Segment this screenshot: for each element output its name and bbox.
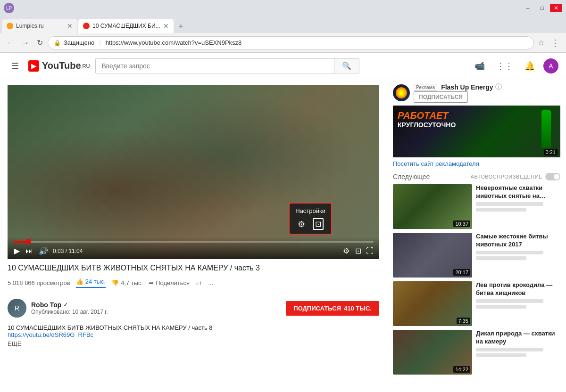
camera-icon-button[interactable]: 📹 bbox=[472, 58, 488, 74]
ad-subscribe-button[interactable]: ПОДПИСАТЬСЯ bbox=[414, 91, 468, 103]
video-section: Настройки ⚙ ⊡ bbox=[0, 79, 387, 392]
controls-row: ▶ ⏭ 🔊 0:03 / 11:04 ⚙ ⊡ ⛶ bbox=[13, 245, 374, 256]
video-player[interactable]: Настройки ⚙ ⊡ bbox=[8, 85, 379, 259]
ad-section: Реклама Flash Up Energy ⓘ ПОДПИСАТЬСЯ РА… bbox=[393, 83, 560, 167]
video-card-3[interactable]: 7:35 Лев против крокодила — битва хищник… bbox=[393, 281, 560, 326]
ad-visit-link[interactable]: Посетить сайт рекламодателя bbox=[393, 160, 560, 167]
autoplay-toggle[interactable] bbox=[545, 173, 560, 180]
more-options-button[interactable]: ... bbox=[208, 279, 213, 286]
video-card-2[interactable]: 20:17 Самые жестокие битвы животных 2017 bbox=[393, 233, 560, 278]
apps-icon-button[interactable]: ⋮⋮ bbox=[493, 58, 516, 74]
close-button[interactable]: ✕ bbox=[550, 4, 562, 12]
tab-close-youtube[interactable]: ✕ bbox=[163, 22, 169, 30]
thumbs-down-icon: 👎 bbox=[111, 279, 119, 286]
video-duration-1: 10:37 bbox=[453, 220, 470, 227]
add-icon: ≡+ bbox=[195, 279, 202, 286]
new-tab-button[interactable]: + bbox=[175, 20, 188, 33]
next-header: Следующее АВТОВОСПРОИЗВЕДЕНИЕ bbox=[393, 173, 560, 180]
video-card-4[interactable]: 14:22 Дикая природа — схватки на камеру bbox=[393, 330, 560, 375]
title-bar: LP – □ ✕ bbox=[0, 0, 566, 16]
video-thumbnail-2: 20:17 bbox=[393, 233, 472, 278]
settings-button[interactable]: ⚙ bbox=[342, 245, 350, 256]
settings-tooltip: Настройки ⚙ ⊡ bbox=[289, 203, 332, 235]
search-bar: 🔍 bbox=[95, 58, 359, 74]
search-input[interactable] bbox=[95, 58, 334, 74]
video-thumbnail-4: 14:22 bbox=[393, 330, 472, 375]
video-title-3: Лев против крокодила — битва хищников bbox=[476, 281, 560, 297]
fullscreen-button[interactable]: ⛶ bbox=[366, 247, 374, 255]
pip-button[interactable]: ⊡ bbox=[354, 245, 362, 256]
refresh-button[interactable]: ↻ bbox=[34, 36, 46, 49]
video-title: 10 СУМАСШЕДШИХ БИТВ ЖИВОТНЫХ СНЯТЫХ НА К… bbox=[8, 264, 379, 272]
video-channel-3 bbox=[476, 299, 543, 303]
ad-thumb-text: РАБОТАЕТ КРУГЛОСУТОЧНО bbox=[398, 110, 456, 129]
ad-header: Реклама Flash Up Energy ⓘ ПОДПИСАТЬСЯ bbox=[393, 83, 560, 103]
channel-published: Опубликовано: 10 авг. 2017 г. bbox=[31, 309, 281, 315]
volume-button[interactable]: 🔊 bbox=[38, 245, 49, 256]
tab-bar: Lumpics.ru ✕ 10 СУМАСШЕДШИХ БИ... ✕ + bbox=[0, 16, 566, 33]
ad-thumbnail[interactable]: РАБОТАЕТ КРУГЛОСУТОЧНО 0:21 bbox=[393, 106, 560, 157]
channel-row: R Robo Top ✓ Опубликовано: 10 авг. 2017 … bbox=[8, 295, 379, 321]
search-button[interactable]: 🔍 bbox=[334, 58, 359, 74]
autoplay-label: АВТОВОСПРОИЗВЕДЕНИЕ bbox=[471, 174, 542, 180]
time-display: 0:03 / 11:04 bbox=[53, 248, 83, 254]
ad-info-icon[interactable]: ⓘ bbox=[495, 83, 502, 91]
ad-info: Реклама Flash Up Energy ⓘ ПОДПИСАТЬСЯ bbox=[414, 83, 560, 103]
youtube-logo-suffix: RU bbox=[83, 63, 90, 69]
description-more[interactable]: ЕЩЁ bbox=[8, 340, 379, 347]
like-button[interactable]: 👍 24 тыс. bbox=[76, 278, 106, 288]
video-title-4: Дикая природа — схватки на камеру bbox=[476, 330, 560, 346]
user-avatar[interactable]: A bbox=[543, 58, 558, 74]
notifications-button[interactable]: 🔔 bbox=[522, 58, 538, 74]
video-description: 10 СУМАСШЕДШИХ БИТВ ЖИВОТНЫХ СНЯТЫХ НА К… bbox=[8, 321, 379, 350]
ad-thumb-line2: КРУГЛОСУТОЧНО bbox=[398, 121, 456, 129]
browser-menu-button[interactable]: ⋮ bbox=[548, 36, 562, 50]
dislike-button[interactable]: 👎 4,7 тыс. bbox=[111, 279, 143, 286]
hamburger-icon[interactable]: ☰ bbox=[8, 57, 23, 75]
address-input[interactable]: 🔒 Защищено | https://www.youtube.com/wat… bbox=[48, 36, 534, 49]
progress-dot bbox=[26, 239, 31, 244]
channel-avatar[interactable]: R bbox=[8, 299, 26, 318]
main-layout: Настройки ⚙ ⊡ bbox=[0, 79, 566, 392]
back-button[interactable]: ← bbox=[4, 37, 17, 49]
tab-favicon-youtube bbox=[83, 23, 90, 29]
youtube-header: ☰ ▶ YouTube RU 🔍 📹 ⋮⋮ 🔔 A bbox=[0, 53, 566, 79]
youtube-logo-icon: ▶ bbox=[28, 60, 39, 72]
tab-close-lumpics[interactable]: ✕ bbox=[67, 22, 73, 30]
video-duration-3: 7:35 bbox=[457, 318, 470, 324]
ad-badge: Реклама bbox=[414, 84, 437, 91]
video-info-1: Невероятные схватки животных снятые на к… bbox=[476, 184, 560, 229]
video-meta-1 bbox=[476, 208, 526, 212]
sidebar: Реклама Flash Up Energy ⓘ ПОДПИСАТЬСЯ РА… bbox=[387, 79, 566, 392]
video-card[interactable]: 10:37 Невероятные схватки животных сняты… bbox=[393, 184, 560, 229]
video-channel-2 bbox=[476, 251, 543, 254]
flash-logo bbox=[396, 87, 407, 98]
tab-youtube[interactable]: 10 СУМАСШЕДШИХ БИ... ✕ bbox=[78, 19, 174, 33]
progress-bar[interactable] bbox=[13, 241, 374, 243]
share-button[interactable]: ➦ Поделиться bbox=[149, 279, 190, 286]
settings-gear-icon[interactable]: ⚙ bbox=[298, 219, 305, 229]
maximize-button[interactable]: □ bbox=[536, 4, 548, 12]
ad-duration: 0:21 bbox=[544, 149, 558, 155]
autoplay-knob bbox=[554, 174, 559, 180]
next-button[interactable]: ⏭ bbox=[25, 246, 34, 256]
description-link[interactable]: https://youtu.be/dSR69G_RFBc bbox=[8, 331, 379, 338]
forward-button[interactable]: → bbox=[19, 37, 32, 49]
header-right: 📹 ⋮⋮ 🔔 A bbox=[472, 58, 558, 74]
add-to-playlist-button[interactable]: ≡+ bbox=[195, 279, 202, 286]
video-info-4: Дикая природа — схватки на камеру bbox=[476, 330, 560, 375]
thumbs-up-icon: 👍 bbox=[76, 278, 83, 285]
youtube-logo[interactable]: ▶ YouTube RU bbox=[28, 60, 90, 72]
subscribe-button[interactable]: ПОДПИСАТЬСЯ 410 ТЫС. bbox=[286, 301, 379, 316]
pip-icon[interactable]: ⊡ bbox=[313, 218, 324, 230]
ad-bottle bbox=[541, 110, 551, 148]
tab-lumpics[interactable]: Lumpics.ru ✕ bbox=[2, 19, 77, 33]
video-stats: 5 018 866 просмотров 👍 24 тыс. 👎 4,7 тыс… bbox=[8, 275, 379, 291]
play-button[interactable]: ▶ bbox=[13, 245, 21, 256]
minimize-button[interactable]: – bbox=[522, 4, 534, 12]
share-icon: ➦ bbox=[149, 279, 154, 286]
security-label: Защищено bbox=[64, 39, 94, 46]
bookmark-button[interactable]: ☆ bbox=[536, 36, 546, 49]
dislike-count: 4,7 тыс. bbox=[121, 279, 143, 286]
settings-tooltip-label: Настройки bbox=[295, 207, 325, 214]
